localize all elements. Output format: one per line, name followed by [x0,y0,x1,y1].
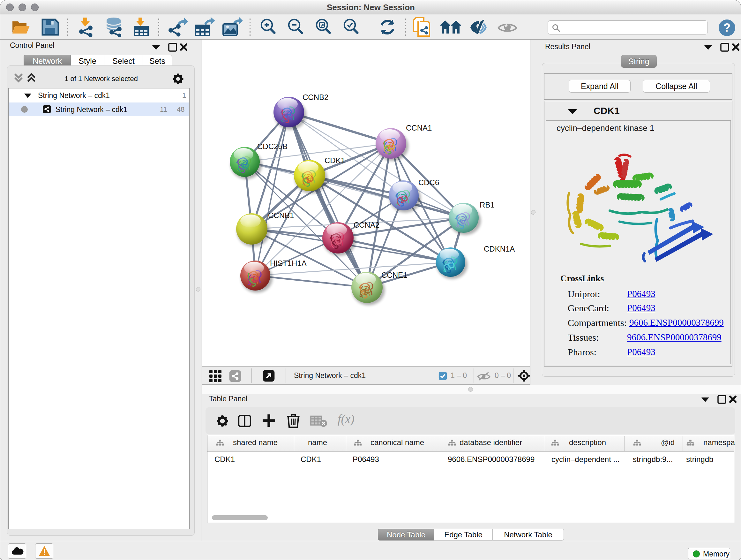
svg-text:CDC6: CDC6 [418,178,439,187]
svg-text:RB1: RB1 [480,200,495,209]
svg-text:?: ? [724,21,731,34]
svg-text:CCNA1: CCNA1 [406,124,432,132]
svg-text:CCNA2: CCNA2 [354,221,380,229]
svg-text:CCNB1: CCNB1 [268,211,294,220]
svg-text:HIST1H1A: HIST1H1A [270,259,307,267]
svg-text:CDC25B: CDC25B [257,142,287,151]
svg-text:CDK1: CDK1 [325,156,345,165]
svg-text:CCNE1: CCNE1 [381,271,407,279]
svg-text:CCNB2: CCNB2 [302,93,328,102]
svg-text:CDKN1A: CDKN1A [484,245,515,253]
